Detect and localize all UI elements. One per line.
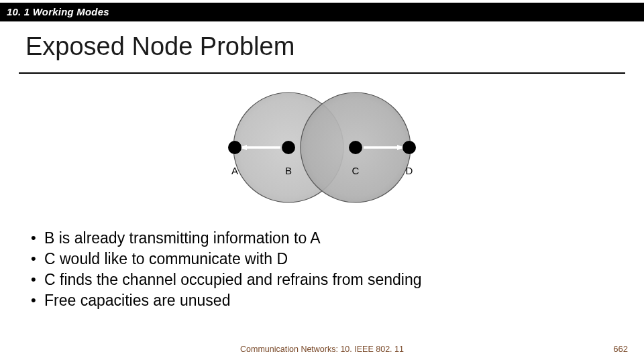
page-number: 662 xyxy=(613,344,628,354)
bullet-item: Free capacities are unused xyxy=(27,290,617,311)
node-d-label: D xyxy=(406,165,413,176)
slide: 10. 1 Working Modes Exposed Node Problem xyxy=(0,0,644,362)
bullet-item: C would like to communicate with D xyxy=(27,249,617,269)
section-header-text: 10. 1 Working Modes xyxy=(7,3,109,21)
node-a-dot xyxy=(228,141,241,154)
bullet-text: C finds the channel occupied and refrain… xyxy=(44,271,422,288)
bullet-text: B is already transmitting information to… xyxy=(44,229,321,247)
node-c-label: C xyxy=(352,165,360,176)
title-underline xyxy=(19,72,625,74)
bullet-text: Free capacities are unused xyxy=(44,292,230,309)
footer-center: Communication Networks: 10. IEEE 802. 11 xyxy=(0,345,644,354)
exposed-node-diagram: A B C D xyxy=(201,101,443,194)
bullet-text: C would like to communicate with D xyxy=(44,250,288,267)
bullet-item: B is already transmitting information to… xyxy=(27,228,617,249)
bullet-list: B is already transmitting information to… xyxy=(27,228,617,311)
node-d-dot xyxy=(402,141,416,154)
node-b-dot xyxy=(282,141,295,154)
bullet-item: C finds the channel occupied and refrain… xyxy=(27,269,617,290)
slide-title: Exposed Node Problem xyxy=(25,32,294,61)
node-a-label: A xyxy=(231,165,238,176)
node-c-dot xyxy=(349,141,362,154)
node-b-label: B xyxy=(285,165,292,176)
